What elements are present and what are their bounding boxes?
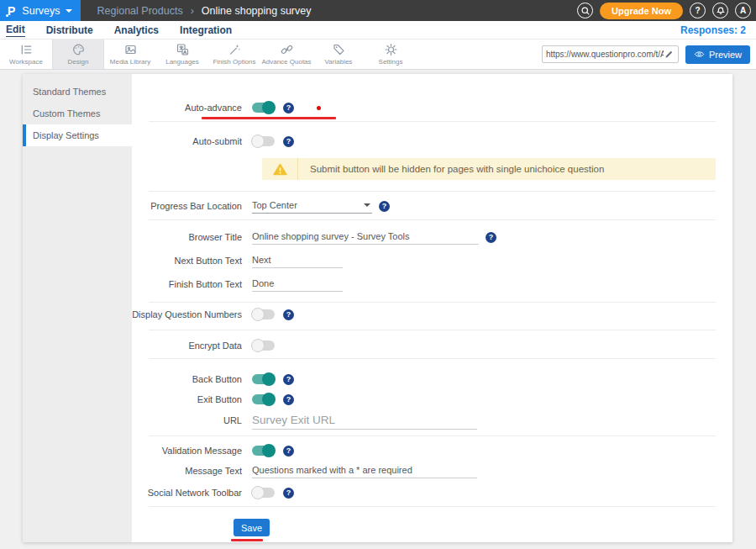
browser-title-label: Browser Title <box>132 232 252 242</box>
auto-advance-help-icon[interactable] <box>283 103 294 113</box>
topbar-actions: Upgrade Now ? A <box>577 3 756 19</box>
row-auto-advance: Auto-advance <box>132 98 716 118</box>
toolbar-item-variables[interactable]: Variables <box>312 40 365 69</box>
message-text-input[interactable] <box>252 463 477 478</box>
validation-message-label: Validation Message <box>132 446 252 456</box>
display-question-numbers-help-icon[interactable] <box>283 309 294 320</box>
next-button-text-input[interactable] <box>252 253 343 268</box>
surveys-menu[interactable]: Surveys <box>22 5 71 17</box>
toolbar-item-advance-quotas[interactable]: Advance Quotas <box>260 40 312 69</box>
browser-title-input[interactable] <box>252 230 479 245</box>
social-network-toolbar-help-icon[interactable] <box>283 488 294 499</box>
questionpro-logo: P <box>8 5 15 17</box>
annotation-underline-auto-advance <box>202 117 336 119</box>
row-finish-button-text: Finish Button Text <box>132 274 716 294</box>
section-save: Save <box>132 507 732 536</box>
toggle-knob <box>262 101 276 114</box>
breadcrumb-parent[interactable]: Regional Products <box>97 5 183 17</box>
row-exit-button: Exit Button <box>132 389 716 409</box>
eye-icon <box>694 50 705 58</box>
progress-bar-location-select[interactable]: Top Center <box>252 198 372 214</box>
message-text-label: Message Text <box>132 466 252 476</box>
auto-submit-help-icon[interactable] <box>283 136 294 147</box>
tab-integration[interactable]: Integration <box>180 24 232 36</box>
browser-title-help-icon[interactable] <box>486 232 496 243</box>
progress-bar-help-icon[interactable] <box>379 201 390 212</box>
tab-distribute[interactable]: Distribute <box>46 24 93 36</box>
back-button-toggle[interactable] <box>252 374 275 384</box>
finish-button-text-input[interactable] <box>252 277 343 292</box>
display-question-numbers-toggle[interactable] <box>252 309 275 319</box>
avatar[interactable]: A <box>735 3 751 18</box>
tab-analytics[interactable]: Analytics <box>114 24 159 36</box>
chevron-down-icon <box>364 203 370 207</box>
next-button-text-label: Next Button Text <box>132 256 252 266</box>
auto-advance-label: Auto-advance <box>132 103 252 113</box>
sidebar-item-custom-themes[interactable]: Custom Themes <box>23 103 132 124</box>
annotation-red-dot <box>317 106 321 110</box>
design-toolbar: Workspace Design Media Library Languages… <box>0 40 756 70</box>
preview-button[interactable]: Preview <box>685 45 750 64</box>
section-navigation-buttons: Back Button Exit Button URL <box>132 359 732 436</box>
upgrade-now-button[interactable]: Upgrade Now <box>600 3 683 19</box>
exit-button-help-icon[interactable] <box>283 394 294 405</box>
tab-edit[interactable]: Edit <box>6 24 25 37</box>
section-progress-bar: Progress Bar Location Top Center <box>132 192 732 219</box>
toggle-knob <box>251 339 265 352</box>
notifications-button[interactable] <box>712 3 728 18</box>
toggle-knob <box>262 372 276 386</box>
share-url-input[interactable] <box>546 50 664 59</box>
toggle-knob <box>262 393 276 406</box>
toolbar-item-finish-options[interactable]: Finish Options <box>208 40 260 69</box>
save-button[interactable]: Save <box>234 519 270 536</box>
exit-url-input[interactable] <box>252 412 477 430</box>
pencil-icon <box>664 50 674 59</box>
exit-button-toggle[interactable] <box>252 394 275 404</box>
brand-area: P Surveys <box>0 0 81 21</box>
section-auto-submit: Auto-submit Submit button will be hidden… <box>132 122 732 191</box>
section-validation: Validation Message Message Text Social N… <box>132 436 732 506</box>
themes-sidebar: Standard Themes Custom Themes Display Se… <box>23 74 132 542</box>
progress-bar-location-label: Progress Bar Location <box>132 201 252 211</box>
sidebar-item-standard-themes[interactable]: Standard Themes <box>23 81 132 103</box>
section-encrypt-data: Encrypt Data <box>132 330 732 358</box>
toolbar-item-settings[interactable]: Settings <box>365 40 417 69</box>
exit-url-label: URL <box>132 415 252 425</box>
row-browser-title: Browser Title <box>132 227 716 247</box>
breadcrumb-separator-icon: › <box>191 5 194 17</box>
toolbar-item-languages[interactable]: Languages <box>156 40 208 69</box>
auto-advance-toggle[interactable] <box>252 103 275 113</box>
toolbar-item-design[interactable]: Design <box>52 40 104 69</box>
toolbar-right: Preview <box>542 40 756 69</box>
validation-message-toggle[interactable] <box>252 446 275 456</box>
search-button[interactable] <box>577 3 593 18</box>
toggle-knob <box>251 135 265 148</box>
annotation-underline-save <box>231 539 263 541</box>
bell-icon <box>716 6 726 16</box>
encrypt-data-toggle[interactable] <box>252 340 275 351</box>
responses-count-link[interactable]: Responses: 2 <box>680 24 746 36</box>
row-next-button-text: Next Button Text <box>132 251 716 271</box>
selected-option: Top Center <box>252 200 297 210</box>
edit-url-button[interactable] <box>664 50 675 59</box>
languages-icon <box>176 43 190 56</box>
validation-message-help-icon[interactable] <box>283 446 294 457</box>
toolbar-item-media-library[interactable]: Media Library <box>104 40 156 69</box>
row-progress-bar-location: Progress Bar Location Top Center <box>132 196 716 216</box>
back-button-help-icon[interactable] <box>283 374 294 385</box>
toolbar-item-workspace[interactable]: Workspace <box>0 40 52 69</box>
social-network-toolbar-toggle[interactable] <box>252 488 275 498</box>
section-auto-advance: Auto-advance <box>132 74 732 121</box>
exit-button-label: Exit Button <box>132 394 252 404</box>
row-back-button: Back Button <box>132 369 716 389</box>
surveys-menu-label: Surveys <box>22 5 60 17</box>
breadcrumb: Regional Products › Online shopping surv… <box>97 5 312 17</box>
sidebar-item-display-settings[interactable]: Display Settings <box>23 124 132 146</box>
display-settings-card: Standard Themes Custom Themes Display Se… <box>23 74 732 542</box>
design-palette-icon <box>71 43 86 56</box>
row-validation-message: Validation Message <box>132 441 716 461</box>
workspace-icon <box>19 43 34 56</box>
section-question-numbers: Display Question Numbers <box>132 303 732 330</box>
auto-submit-toggle[interactable] <box>252 136 275 146</box>
help-menu-button[interactable]: ? <box>690 3 706 18</box>
